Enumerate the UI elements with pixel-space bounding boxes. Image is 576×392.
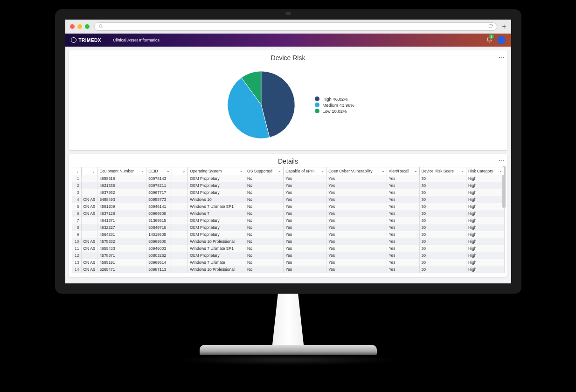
column-header[interactable]: Capable of ePHI⌄ <box>284 167 326 175</box>
column-header[interactable]: OS Supported⌄ <box>245 167 284 175</box>
table-cell: Yes <box>387 231 419 238</box>
table-cell: High <box>466 224 504 231</box>
table-cell: 10 <box>72 238 81 245</box>
table-cell <box>172 245 188 252</box>
table-cell: Yes <box>326 189 387 196</box>
table-cell: No <box>245 203 284 210</box>
table-row[interactable]: 11ON AS465943350946003Windows 7 Ultimate… <box>72 245 504 252</box>
chart-title: Device Risk <box>69 50 507 63</box>
table-cell: No <box>245 252 284 259</box>
table-row[interactable]: 5ON AS459120950946141Windows 7 Ultimate … <box>72 203 504 210</box>
monitor-frame: + TRIMEDX Clinical Asset Informatics 1 ⋮… <box>55 9 521 365</box>
table-cell: Windows 7 <box>188 210 245 217</box>
table-cell <box>172 196 188 203</box>
table-cell: 50978211 <box>146 182 172 189</box>
table-cell: Yes <box>284 224 326 231</box>
table-cell: High <box>466 182 504 189</box>
table-row[interactable]: 6ON AS463712850969509Windows 7NoYesYesYe… <box>72 210 504 217</box>
table-cell: 8 <box>72 224 81 231</box>
table-cell: ON AS <box>81 245 97 252</box>
user-avatar[interactable] <box>497 36 506 44</box>
table-body: 1495851850978143OEM ProprietaryNoYesYesY… <box>72 175 504 273</box>
table-cell: No <box>245 259 284 266</box>
table-cell: 12 <box>72 252 81 259</box>
column-header[interactable]: ⌄ <box>81 167 97 175</box>
column-header[interactable]: Device Risk Score⌄ <box>419 167 466 175</box>
table-cell: Yes <box>284 252 326 259</box>
table-cell: Yes <box>326 238 387 245</box>
column-header[interactable]: ⌄ <box>72 167 81 175</box>
notification-badge: 1 <box>489 34 494 39</box>
table-row[interactable]: 14ON AS526547150987113Windows 10 Profess… <box>72 266 504 273</box>
refresh-icon[interactable] <box>488 24 493 29</box>
table-cell: 14019505 <box>146 231 172 238</box>
table-cell: 30 <box>419 252 466 259</box>
table-cell: Yes <box>326 224 387 231</box>
table-cell: Yes <box>326 252 387 259</box>
table-cell: High <box>466 231 504 238</box>
column-header[interactable]: Risk Category⌄ <box>466 167 504 175</box>
minimize-window-button[interactable] <box>77 24 82 29</box>
table-row[interactable]: 2462133550978211OEM ProprietaryNoYesYesY… <box>72 182 504 189</box>
table-cell: 30 <box>419 175 466 182</box>
table-row[interactable]: 10ON AS457533250969500Windows 10 Profess… <box>72 238 504 245</box>
notification-bell-icon[interactable]: 1 <box>486 36 493 44</box>
table-row[interactable]: 1495851850978143OEM ProprietaryNoYesYesY… <box>72 175 504 182</box>
table-cell: 50946141 <box>146 203 172 210</box>
table-row[interactable]: 12457837150803262OEM ProprietaryNoYesYes… <box>72 252 504 259</box>
table-cell <box>172 210 188 217</box>
table-cell: OEM Proprietary <box>188 182 245 189</box>
table-cell: Yes <box>387 182 419 189</box>
maximize-window-button[interactable] <box>85 24 90 29</box>
table-cell: 4578371 <box>97 252 146 259</box>
table-row[interactable]: 7464137131369515OEM ProprietaryNoYesYesY… <box>72 217 504 224</box>
table-cell: No <box>245 175 284 182</box>
table-row[interactable]: 13ON AS458919150969514Windows 7 Ultimate… <box>72 259 504 266</box>
table-cell: No <box>245 245 284 252</box>
table-cell: Yes <box>326 175 387 182</box>
new-tab-button[interactable]: + <box>502 22 506 31</box>
table-cell: 2 <box>72 182 81 189</box>
legend-swatch-high <box>315 96 319 101</box>
legend-low[interactable]: Low 10.02% <box>315 109 354 114</box>
table-cell: 30 <box>419 217 466 224</box>
table-header-row: ⌄⌄Equipment Number⌄CEID⌄⌄Operating Syste… <box>72 167 504 175</box>
legend-medium[interactable]: Medium 43.96% <box>315 103 354 108</box>
column-header[interactable]: CEID⌄ <box>146 167 172 175</box>
table-cell: 4564231 <box>97 231 146 238</box>
brand-logo[interactable]: TRIMEDX <box>71 37 102 43</box>
table-row[interactable]: 4ON AS548849350955773Windows 10NoYesYesY… <box>72 196 504 203</box>
table-cell: Yes <box>387 224 419 231</box>
table-cell: Windows 7 Ultimate SP1 <box>188 203 245 210</box>
table-cell: Yes <box>326 217 387 224</box>
table-cell: 7 <box>72 217 81 224</box>
table-cell: 50987113 <box>146 266 172 273</box>
app-title: Clinical Asset Informatics <box>113 38 160 42</box>
table-cell: Yes <box>284 175 326 182</box>
table-cell: High <box>466 217 504 224</box>
legend-high[interactable]: High 46.02% <box>315 96 354 102</box>
table-cell: Yes <box>284 189 326 196</box>
url-bar[interactable] <box>94 22 498 31</box>
close-window-button[interactable] <box>70 24 75 29</box>
table-cell: Yes <box>284 266 326 273</box>
search-icon <box>98 24 103 29</box>
column-header[interactable]: Operating System⌄ <box>188 167 245 175</box>
column-header[interactable]: Open Cyber Vulnerability⌄ <box>326 167 387 175</box>
table-cell: High <box>466 252 504 259</box>
table-row[interactable]: 9456423114019505OEM ProprietaryNoYesYesY… <box>72 231 504 238</box>
card-menu-icon[interactable]: ⋮ <box>500 54 503 61</box>
table-cell: Yes <box>326 231 387 238</box>
table-row[interactable]: 8463222750849719OEM ProprietaryNoYesYesY… <box>72 224 504 231</box>
table-cell: Yes <box>284 210 326 217</box>
table-cell: Yes <box>284 203 326 210</box>
legend-label: Low 10.02% <box>322 109 347 114</box>
card-menu-icon[interactable]: ⋮ <box>500 158 503 164</box>
column-header[interactable]: ⌄ <box>172 167 188 175</box>
table-cell: Yes <box>326 259 387 266</box>
details-card: ⋮ Details ⌄⌄Equipment Number⌄CEID⌄⌄Opera… <box>69 154 507 277</box>
table-cell <box>81 231 97 238</box>
column-header[interactable]: Alert/Recall⌄ <box>387 167 419 175</box>
column-header[interactable]: Equipment Number⌄ <box>97 167 146 175</box>
table-row[interactable]: 3463793250967717OEM ProprietaryNoYesYesY… <box>72 189 504 196</box>
